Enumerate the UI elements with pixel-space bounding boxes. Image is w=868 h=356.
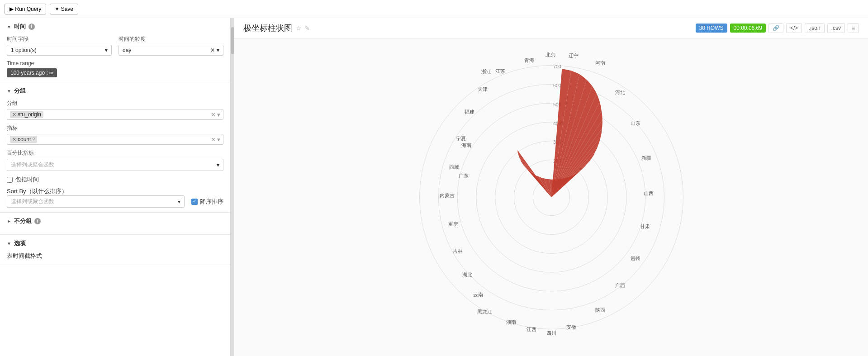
metric-info-icon: ? [32, 137, 35, 142]
options-collapse-arrow: ▼ [7, 241, 11, 246]
label-tianjin: 天津 [478, 86, 488, 92]
metric-tag-input[interactable]: ✕ count ? ✕ ▾ [7, 134, 223, 145]
time-field-select[interactable]: 1 option(s) ▾ [7, 45, 112, 56]
left-panel: ▼ 时间 i 时间字段 1 option(s) ▾ 时间的粒度 day [0, 18, 231, 356]
scroll-indicator [231, 18, 234, 356]
percent-metric-group: 百分比指标 选择列或聚合函数 ▾ [7, 149, 223, 171]
group-tag-remove[interactable]: ✕ [12, 112, 16, 118]
label-hebei: 河北 [615, 90, 625, 95]
group-section-header[interactable]: ▼ 分组 [7, 87, 223, 95]
time-field-group: 时间字段 1 option(s) ▾ [7, 35, 112, 56]
code-button[interactable]: </> [786, 23, 802, 33]
time-section-header[interactable]: ▼ 时间 i [7, 23, 223, 31]
link-button[interactable]: 🔗 [768, 23, 783, 33]
label-jiangxi: 江西 [526, 327, 536, 332]
menu-button[interactable]: ≡ [848, 23, 859, 33]
edit-icon[interactable]: ✎ [304, 24, 310, 32]
no-group-section-label: 不分组 [14, 217, 32, 225]
sort-by-select[interactable]: 选择列或聚合函数 ▾ [7, 195, 185, 208]
metric-tag-icons: ✕ ▾ [211, 136, 220, 143]
group-section-label: 分组 [14, 87, 26, 95]
metric-clear-icon[interactable]: ✕ [211, 136, 216, 143]
bar-29 [518, 155, 551, 197]
label-shanxi: 山西 [644, 190, 654, 196]
chevron-down-icon: ▾ [217, 47, 219, 53]
time-granularity-select[interactable]: day ✕ ▾ [119, 45, 223, 56]
metric-field-group: 指标 ✕ count ? ✕ ▾ [7, 124, 223, 145]
label-heilongjiang: 黑龙江 [477, 309, 492, 314]
group-tag-stu-origin: ✕ stu_origin [10, 111, 43, 118]
time-section-label: 时间 [14, 23, 26, 31]
group-tag-input-inner: ✕ ▾ [46, 111, 220, 118]
group-tag-value: stu_origin [18, 111, 41, 118]
ring-label-600: 600 [553, 83, 561, 88]
chart-title-icons: ☆ ✎ [296, 24, 310, 32]
toolbar: ▶ Run Query ✦ Save [0, 0, 868, 18]
group-chevron-icon[interactable]: ▾ [217, 111, 220, 118]
label-hubei: 湖北 [462, 272, 472, 277]
time-range-label: Time range [7, 60, 223, 66]
metric-tag-input-inner: ✕ ▾ [39, 136, 220, 143]
time-granularity-icons: ✕ ▾ [210, 47, 219, 53]
time-fields-row: 时间字段 1 option(s) ▾ 时间的粒度 day ✕ ▾ [7, 35, 223, 56]
group-collapse-arrow: ▼ [7, 89, 11, 94]
run-query-button[interactable]: ▶ Run Query [5, 4, 46, 14]
rows-badge: 30 ROWS [696, 24, 727, 33]
time-range-badge[interactable]: 100 years ago : ∞ [7, 68, 57, 77]
label-xizang: 西藏 [449, 164, 459, 170]
options-section: ▼ 选项 表时间截格式 [0, 235, 230, 265]
label-anhui: 安徽 [566, 324, 576, 330]
polar-chart: 700 600 500 400 300 200 100 [398, 43, 705, 351]
label-hainan: 海南 [461, 142, 471, 148]
label-gansu: 甘肃 [640, 223, 650, 229]
label-jiangsu: 江苏 [495, 68, 505, 74]
time-collapse-arrow: ▼ [7, 24, 11, 29]
right-panel: 极坐标柱状图 ☆ ✎ 30 ROWS 00:00:06.69 🔗 </> .js… [234, 18, 868, 356]
time-format-label: 表时间截格式 [7, 252, 42, 259]
group-tag-input[interactable]: ✕ stu_origin ✕ ▾ [7, 109, 223, 120]
group-tag-icons: ✕ ▾ [211, 111, 220, 118]
no-group-section-header[interactable]: ▼ 不分组 i [7, 217, 223, 225]
metric-tag-remove[interactable]: ✕ [12, 137, 16, 142]
label-jilin: 吉林 [452, 248, 462, 254]
chart-header: 极坐标柱状图 ☆ ✎ 30 ROWS 00:00:06.69 🔗 </> .js… [234, 18, 868, 38]
save-button[interactable]: ✦ Save [50, 4, 78, 14]
percent-metric-select[interactable]: 选择列或聚合函数 ▾ [7, 159, 223, 171]
desc-sort-checkbox[interactable] [191, 199, 198, 205]
metric-tag-value: count [18, 136, 31, 142]
clear-icon: ✕ [210, 47, 215, 53]
no-group-section: ▼ 不分组 i [0, 213, 230, 235]
time-field-label: 时间字段 [7, 35, 112, 43]
group-clear-icon[interactable]: ✕ [211, 111, 216, 118]
label-fujian: 福建 [465, 109, 474, 114]
include-time-checkbox[interactable] [7, 177, 13, 183]
time-info-icon: i [28, 24, 35, 30]
label-guangxi: 广西 [615, 283, 625, 288]
chart-title: 极坐标柱状图 [243, 23, 292, 33]
ring-label-700: 700 [553, 64, 561, 69]
time-field-value: 1 option(s) [11, 47, 37, 53]
sort-chevron-icon: ▾ [178, 199, 180, 205]
time-field-chevron: ▾ [105, 47, 108, 53]
metric-tag-count: ✕ count ? [10, 136, 37, 143]
chart-actions: 30 ROWS 00:00:06.69 🔗 </> .json .csv ≡ [696, 23, 859, 33]
sort-by-label: Sort By（以什么排序） [7, 188, 67, 195]
no-group-info-icon: i [34, 218, 41, 224]
star-icon[interactable]: ☆ [296, 24, 302, 32]
desc-sort-label: 降序排序 [200, 198, 223, 206]
label-xinjiang: 新疆 [641, 155, 651, 161]
metric-chevron-icon[interactable]: ▾ [217, 136, 220, 143]
scroll-thumb[interactable] [231, 27, 234, 54]
label-neimenggu: 内蒙古 [440, 193, 455, 198]
sort-by-placeholder: 选择列或聚合函数 [11, 198, 54, 205]
csv-button[interactable]: .csv [827, 23, 845, 33]
options-section-header[interactable]: ▼ 选项 [7, 239, 223, 247]
label-henan: 河南 [595, 60, 605, 66]
json-button[interactable]: .json [805, 23, 824, 33]
label-shandong: 山东 [630, 120, 640, 126]
time-badge: 00:00:06.69 [730, 24, 766, 33]
time-granularity-value: day [123, 47, 131, 53]
chart-area: 700 600 500 400 300 200 100 [234, 38, 868, 356]
chart-title-area: 极坐标柱状图 ☆ ✎ [243, 23, 310, 33]
time-range-group: Time range 100 years ago : ∞ [7, 60, 223, 77]
